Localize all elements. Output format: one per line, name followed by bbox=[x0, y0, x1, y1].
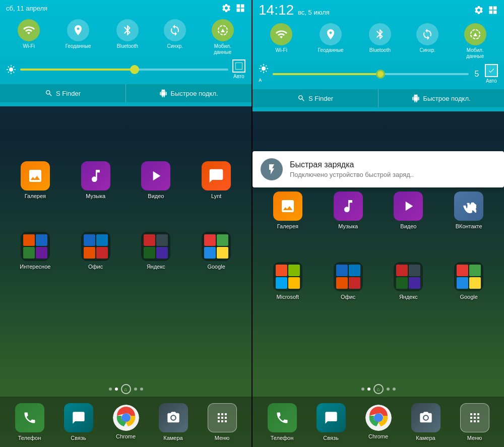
right-dock-phone[interactable]: Телефон bbox=[268, 403, 297, 441]
right-auto-label: Авто bbox=[486, 78, 497, 84]
right-camera-dock-icon bbox=[411, 403, 440, 432]
brightness-number: 5 bbox=[473, 70, 481, 79]
dot-3 bbox=[134, 388, 137, 391]
right-dock-camera[interactable]: Камера bbox=[411, 403, 440, 441]
left-toggle-geo[interactable]: Геоданные bbox=[66, 19, 91, 55]
left-folder-office[interactable]: Офис bbox=[68, 232, 123, 270]
left-app-video[interactable]: Видео bbox=[129, 161, 184, 199]
right-brightness-slider[interactable] bbox=[273, 73, 469, 75]
right-folder-microsoft[interactable]: Microsoft bbox=[260, 262, 316, 300]
notif-title: Быстрая зарядка bbox=[290, 160, 496, 169]
left-app-lynt[interactable]: Lynt bbox=[188, 161, 244, 199]
right-folder-office[interactable]: Офис bbox=[321, 262, 376, 300]
quickconnect-icon bbox=[159, 89, 167, 97]
right-home-dot[interactable]: ⌂ bbox=[373, 384, 384, 394]
right-dock-chrome[interactable]: Chrome bbox=[365, 405, 392, 439]
dot-4 bbox=[140, 388, 143, 391]
notif-bolt-icon bbox=[261, 158, 283, 180]
home-dot[interactable]: ⌂ bbox=[121, 384, 131, 394]
right-toggle-sync[interactable]: Синхр. bbox=[416, 23, 438, 59]
right-sfinder-label: S Finder bbox=[308, 95, 333, 102]
right-toggle-mobiledata[interactable]: Мобил.данные bbox=[464, 23, 486, 59]
right-settings-icon[interactable] bbox=[474, 5, 484, 15]
left-toggle-mobiledata[interactable]: Мобил.данные bbox=[212, 19, 234, 55]
right-grid-icon[interactable] bbox=[488, 5, 498, 15]
right-toggle-geo[interactable]: Геоданные bbox=[318, 23, 344, 59]
brightness-icon bbox=[6, 65, 16, 75]
right-toggle-wifi[interactable]: Wi-Fi bbox=[270, 23, 292, 59]
right-sfinder-btn[interactable]: S Finder bbox=[253, 89, 379, 107]
right-dock-menu[interactable]: Меню bbox=[460, 403, 489, 441]
phone-dock-icon bbox=[15, 403, 44, 432]
right-auto-checkbox bbox=[485, 64, 498, 77]
camera-dock-label: Камера bbox=[163, 435, 182, 441]
left-notification-panel: сб, 11 апреля Wi-Fi bbox=[0, 0, 251, 106]
left-dock-phone[interactable]: Телефон bbox=[15, 403, 44, 441]
right-time: 14:12 bbox=[259, 3, 294, 17]
vk-app-label: ВКонтакте bbox=[456, 223, 482, 229]
geo-label: Геоданные bbox=[66, 43, 91, 49]
right-folder-google[interactable]: Google bbox=[441, 262, 496, 300]
chrome-dock-label: Chrome bbox=[116, 433, 136, 439]
right-quickconnect-btn[interactable]: Быстрое подкл. bbox=[379, 89, 504, 107]
left-brightness-slider[interactable] bbox=[20, 69, 228, 71]
right-app-video[interactable]: Видео bbox=[381, 191, 436, 229]
left-folder-google[interactable]: Google bbox=[188, 232, 244, 270]
left-sfinder-btn[interactable]: S Finder bbox=[0, 84, 126, 102]
right-toggle-bluetooth[interactable]: Bluetooth bbox=[369, 23, 391, 59]
left-dock-camera[interactable]: Камера bbox=[159, 403, 188, 441]
connect-dock-label: Связь bbox=[71, 435, 86, 441]
fast-charge-notification[interactable]: Быстрая зарядка Подключено устройство бы… bbox=[253, 151, 504, 187]
bluetooth-label: Bluetooth bbox=[117, 43, 138, 49]
svg-rect-0 bbox=[235, 62, 242, 70]
settings-icon[interactable] bbox=[221, 3, 231, 13]
right-apps-row2: Microsoft Офис Яндекс bbox=[253, 257, 504, 305]
right-dot-3 bbox=[387, 388, 390, 391]
left-app-music[interactable]: Музыка bbox=[68, 161, 123, 199]
right-dock: Телефон Связь Chrome bbox=[253, 397, 504, 447]
left-dock-connect[interactable]: Связь bbox=[64, 403, 93, 441]
left-brightness-row: Авто bbox=[0, 57, 251, 82]
left-quickconnect-btn[interactable]: Быстрое подкл. bbox=[126, 84, 251, 102]
right-folder-yandex[interactable]: Яндекс bbox=[381, 262, 436, 300]
right-date: вс, 5 июля bbox=[298, 9, 330, 16]
left-auto-btn[interactable]: Авто bbox=[232, 59, 245, 79]
right-chrome-dock-label: Chrome bbox=[368, 433, 388, 439]
bluetooth-icon-btn bbox=[116, 19, 139, 41]
geo-icon-btn bbox=[67, 19, 89, 41]
right-folder-office-label: Офис bbox=[341, 294, 355, 300]
right-gallery-icon bbox=[273, 191, 302, 221]
gallery-icon bbox=[21, 161, 50, 190]
left-app-gallery[interactable]: Галерея bbox=[8, 161, 63, 199]
left-folder-interesting[interactable]: Интересное bbox=[8, 232, 63, 270]
quickconnect-label: Быстрое подкл. bbox=[170, 90, 218, 97]
right-app-vk[interactable]: ВКонтакте bbox=[441, 191, 496, 229]
right-sync-icon-btn bbox=[416, 23, 438, 45]
left-toggle-bluetooth[interactable]: Bluetooth bbox=[116, 19, 139, 55]
grid-icon[interactable] bbox=[235, 3, 245, 13]
right-status-bar: 14:12 вс, 5 июля bbox=[253, 0, 504, 19]
left-toggle-wifi[interactable]: Wi-Fi bbox=[18, 19, 40, 55]
right-folder-office-icon bbox=[334, 262, 363, 291]
left-folder-yandex[interactable]: Яндекс bbox=[129, 232, 184, 270]
left-status-bar: сб, 11 апреля bbox=[0, 0, 251, 15]
right-app-gallery[interactable]: Галерея bbox=[260, 191, 316, 229]
left-toggle-sync[interactable]: Синхр. bbox=[164, 19, 186, 55]
left-apps-row2: Интересное Офис Яндекс bbox=[0, 227, 251, 275]
right-apps-row1: Галерея Музыка Видео ВК bbox=[253, 186, 504, 234]
connect-dock-icon bbox=[64, 403, 93, 432]
left-dock-chrome[interactable]: Chrome bbox=[113, 405, 139, 439]
right-brightness-row: A 5 Авто bbox=[253, 61, 504, 87]
right-app-music[interactable]: Музыка bbox=[321, 191, 376, 229]
left-date: сб, 11 апреля bbox=[6, 5, 47, 12]
right-auto-btn[interactable]: Авто bbox=[485, 64, 498, 84]
right-folder-google-icon bbox=[454, 262, 483, 291]
mobiledata-label: Мобил.данные bbox=[214, 43, 231, 55]
left-dock-menu[interactable]: Меню bbox=[208, 403, 237, 441]
right-dock-connect[interactable]: Связь bbox=[317, 403, 346, 441]
right-video-label: Видео bbox=[400, 223, 416, 229]
auto-checkbox bbox=[232, 59, 245, 73]
right-phone-dock-label: Телефон bbox=[271, 435, 294, 441]
left-dock: Телефон Связь Chrome bbox=[0, 397, 251, 447]
right-music-icon bbox=[334, 191, 363, 221]
